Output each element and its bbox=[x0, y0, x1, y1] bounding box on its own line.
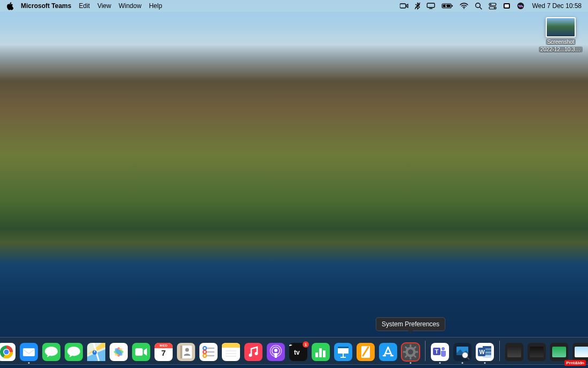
dock-chrome[interactable] bbox=[0, 343, 16, 361]
screenshot-thumbnail-icon bbox=[546, 17, 576, 37]
svg-point-49 bbox=[185, 348, 189, 352]
svg-rect-59 bbox=[222, 346, 240, 348]
svg-text:T: T bbox=[435, 348, 439, 355]
svg-rect-2 bbox=[427, 3, 435, 7]
dock-separator-2 bbox=[499, 341, 500, 361]
svg-rect-63 bbox=[244, 343, 262, 361]
control-center-icon[interactable] bbox=[489, 3, 497, 10]
dock-notes[interactable] bbox=[222, 343, 240, 361]
dock-appstore[interactable] bbox=[379, 343, 397, 361]
siri-icon[interactable] bbox=[517, 2, 524, 10]
svg-point-7 bbox=[463, 8, 465, 9]
desktop-file-screenshot[interactable]: Screenshot 2022-12...10.38.20 bbox=[542, 17, 579, 52]
svg-rect-75 bbox=[323, 350, 326, 357]
menu-window[interactable]: Window bbox=[119, 2, 142, 10]
dock-word[interactable]: W bbox=[476, 343, 494, 361]
dock-recent-2[interactable] bbox=[528, 343, 546, 361]
svg-point-67 bbox=[274, 349, 277, 352]
dock-recent-3[interactable] bbox=[550, 343, 568, 361]
dock-system-preferences[interactable]: System Preferences bbox=[401, 343, 420, 361]
menu-bar: Microsoft Teams Edit View Window Help We… bbox=[0, 0, 588, 12]
svg-text:W: W bbox=[479, 349, 485, 355]
dock-facetime[interactable] bbox=[132, 343, 150, 361]
tv-badge: 1 bbox=[303, 341, 309, 348]
menu-bar-right: Wed 7 Dec 10:58 bbox=[400, 2, 582, 10]
svg-rect-15 bbox=[505, 4, 509, 7]
dock-contacts[interactable] bbox=[177, 343, 195, 361]
menu-help[interactable]: Help bbox=[149, 2, 163, 10]
svg-rect-73 bbox=[315, 352, 318, 357]
dock-pages[interactable] bbox=[357, 343, 375, 361]
dock-maps[interactable] bbox=[87, 343, 105, 361]
svg-point-101 bbox=[462, 352, 468, 358]
dock-podcasts[interactable] bbox=[267, 343, 285, 361]
dock-separator-1 bbox=[425, 341, 425, 361]
svg-rect-45 bbox=[135, 348, 143, 356]
svg-point-64 bbox=[249, 354, 252, 357]
screen-record-icon[interactable] bbox=[503, 3, 510, 9]
svg-point-32 bbox=[4, 350, 9, 355]
svg-line-9 bbox=[480, 7, 482, 9]
dock-recent-1[interactable] bbox=[505, 343, 523, 361]
svg-rect-5 bbox=[452, 5, 453, 7]
svg-text:tv: tv bbox=[294, 349, 300, 356]
app-name[interactable]: Microsoft Teams bbox=[21, 2, 71, 10]
svg-point-98 bbox=[442, 347, 445, 350]
svg-rect-74 bbox=[319, 348, 322, 357]
desktop-file-label-2: 2022-12...10.38.20 bbox=[539, 47, 583, 52]
wifi-icon[interactable] bbox=[460, 3, 468, 9]
dock-mail[interactable] bbox=[20, 343, 38, 361]
dock-tooltip: System Preferences bbox=[376, 317, 445, 331]
dock-messages-2[interactable] bbox=[65, 343, 83, 361]
apple-menu-icon[interactable] bbox=[6, 2, 13, 10]
menu-bar-left: Microsoft Teams Edit View Window Help bbox=[6, 2, 162, 10]
menu-edit[interactable]: Edit bbox=[79, 2, 90, 10]
dock-photos[interactable] bbox=[110, 343, 128, 361]
svg-rect-78 bbox=[338, 347, 349, 348]
dock-messages-1[interactable] bbox=[42, 343, 60, 361]
svg-point-86 bbox=[408, 349, 413, 355]
display-icon[interactable] bbox=[427, 3, 435, 9]
dock-keynote[interactable] bbox=[334, 343, 352, 361]
bluetooth-off-icon[interactable] bbox=[415, 2, 420, 10]
dock-tv[interactable]: tv 1 bbox=[289, 343, 307, 361]
svg-rect-48 bbox=[180, 346, 182, 358]
svg-rect-83 bbox=[379, 343, 397, 361]
dock-calendar[interactable]: WED 7 bbox=[154, 343, 173, 361]
menu-view[interactable]: View bbox=[97, 2, 111, 10]
svg-point-11 bbox=[490, 4, 491, 5]
dock-music[interactable] bbox=[244, 343, 262, 361]
calendar-dow: WED bbox=[154, 344, 173, 347]
dock-reminders[interactable] bbox=[199, 343, 218, 361]
desktop-file-label-1: Screenshot bbox=[546, 39, 576, 45]
dock-recent-4[interactable] bbox=[572, 343, 588, 361]
dock: WED 7 tv 1 System Preferences T bbox=[0, 337, 588, 365]
calendar-day: 7 bbox=[154, 348, 173, 357]
dock-numbers[interactable] bbox=[312, 343, 330, 361]
search-icon[interactable] bbox=[475, 2, 482, 10]
svg-point-65 bbox=[255, 352, 258, 355]
menu-bar-clock[interactable]: Wed 7 Dec 10:58 bbox=[532, 2, 582, 10]
dock-teams[interactable]: T bbox=[431, 343, 449, 361]
corner-badge: Prnt&Idn bbox=[564, 360, 586, 366]
camera-icon[interactable] bbox=[400, 3, 408, 9]
dock-preview[interactable] bbox=[453, 343, 471, 361]
svg-point-13 bbox=[494, 7, 495, 8]
svg-rect-34 bbox=[23, 348, 35, 356]
svg-rect-0 bbox=[400, 4, 406, 8]
battery-icon[interactable] bbox=[442, 3, 453, 9]
